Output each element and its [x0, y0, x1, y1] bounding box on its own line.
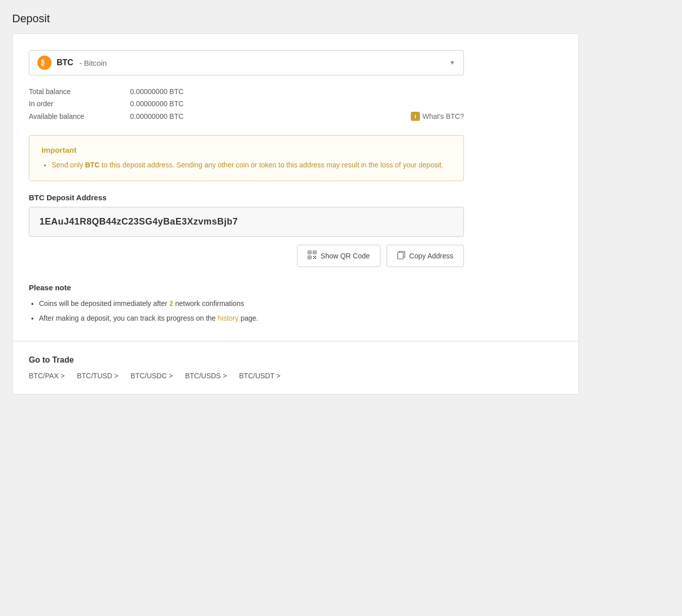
show-qr-button[interactable]: Show QR Code [297, 245, 380, 267]
trade-link-item[interactable]: BTC/TUSD > [77, 372, 118, 380]
qr-code-icon [308, 250, 317, 261]
page-title: Deposit [12, 12, 670, 25]
trade-link-item[interactable]: BTC/USDT > [239, 372, 281, 380]
please-note-title: Please note [29, 283, 464, 292]
copy-address-label: Copy Address [409, 252, 453, 260]
total-balance-row: Total balance 0.00000000 BTC [29, 85, 464, 98]
note2-text1: After making a deposit, you can track it… [39, 314, 218, 322]
balance-table: Total balance 0.00000000 BTC In order 0.… [29, 85, 464, 123]
copy-icon [397, 250, 405, 261]
copy-address-button[interactable]: Copy Address [387, 245, 464, 267]
go-to-trade-title: Go to Trade [29, 356, 562, 365]
info-icon: i [411, 112, 420, 121]
please-note-section: Please note Coins will be deposited imme… [29, 283, 464, 341]
note-1: Coins will be deposited immediately afte… [39, 298, 464, 309]
currency-symbol: BTC [57, 58, 73, 67]
btc-coin-icon: ₿ [37, 56, 52, 70]
warning-text-1: Send only [52, 161, 85, 169]
total-balance-value: 0.00000000 BTC [130, 87, 184, 96]
whats-btc-label: What's BTC? [422, 112, 464, 120]
in-order-value: 0.00000000 BTC [130, 100, 184, 108]
trade-links: BTC/PAX >BTC/TUSD >BTC/USDC >BTC/USDS >B… [29, 372, 562, 380]
available-balance-value: 0.00000000 BTC [130, 112, 411, 120]
important-title: Important [41, 146, 451, 154]
in-order-row: In order 0.00000000 BTC [29, 98, 464, 110]
svg-rect-9 [313, 258, 314, 259]
currency-selector[interactable]: ₿ BTC - Bitcoin ▼ [29, 50, 464, 75]
currency-full-name: - Bitcoin [79, 59, 107, 67]
in-order-label: In order [29, 100, 130, 108]
svg-rect-7 [313, 256, 314, 257]
svg-rect-4 [314, 252, 315, 253]
deposit-address-label: BTC Deposit Address [29, 193, 464, 202]
available-balance-label: Available balance [29, 112, 130, 120]
whats-btc-link[interactable]: i What's BTC? [411, 112, 464, 121]
note-2: After making a deposit, you can track it… [39, 313, 464, 324]
svg-rect-10 [315, 258, 316, 259]
history-link[interactable]: history [218, 314, 238, 322]
available-balance-row: Available balance 0.00000000 BTC i What'… [29, 110, 464, 123]
chevron-down-icon: ▼ [449, 59, 455, 66]
svg-rect-11 [314, 257, 315, 258]
note2-text2: page. [239, 314, 259, 322]
notes-list: Coins will be deposited immediately afte… [29, 298, 464, 324]
deposit-address-section: BTC Deposit Address 1EAuJ41R8QB44zC23SG4… [29, 193, 464, 267]
svg-rect-12 [398, 252, 403, 259]
show-qr-label: Show QR Code [321, 252, 370, 260]
note1-text2: network confirmations [173, 299, 244, 307]
warning-bold: BTC [85, 161, 100, 169]
action-buttons: Show QR Code Copy Address [29, 245, 464, 267]
svg-rect-2 [309, 252, 310, 253]
go-to-trade-section: Go to Trade BTC/PAX >BTC/TUSD >BTC/USDC … [13, 341, 578, 394]
warning-text-2: to this deposit address. Sending any oth… [100, 161, 443, 169]
trade-link-item[interactable]: BTC/USDS > [185, 372, 227, 380]
svg-rect-8 [315, 256, 316, 257]
svg-rect-6 [309, 257, 310, 258]
total-balance-label: Total balance [29, 87, 130, 96]
trade-link-item[interactable]: BTC/USDC > [131, 372, 173, 380]
important-warning: Send only BTC to this deposit address. S… [52, 159, 451, 170]
deposit-address-box: 1EAuJ41R8QB44zC23SG4yBaE3XzvmsBjb7 [29, 207, 464, 237]
trade-link-item[interactable]: BTC/PAX > [29, 372, 65, 380]
important-list: Send only BTC to this deposit address. S… [41, 159, 451, 170]
main-card: ₿ BTC - Bitcoin ▼ Total balance 0.000000… [12, 33, 579, 394]
important-box: Important Send only BTC to this deposit … [29, 135, 464, 181]
svg-text:₿: ₿ [41, 59, 45, 67]
note1-text1: Coins will be deposited immediately afte… [39, 299, 169, 307]
